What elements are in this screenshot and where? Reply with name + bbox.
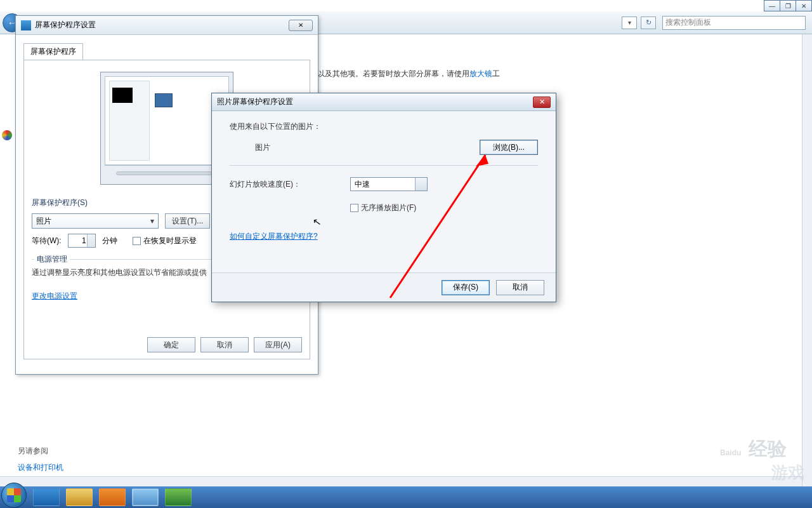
- magnifier-link[interactable]: 放大镜: [469, 69, 492, 78]
- photos-dialog-close-button[interactable]: ✕: [533, 97, 551, 108]
- dialog-title: 屏幕保护程序设置: [35, 20, 96, 30]
- customize-help-link[interactable]: 如何自定义屏幕保护程序?: [230, 231, 318, 242]
- address-dropdown[interactable]: ▾: [622, 17, 637, 29]
- tab-screensaver[interactable]: 屏幕保护程序: [23, 43, 83, 60]
- taskbar-controlpanel-icon[interactable]: [132, 488, 159, 506]
- watermark-game: 游戏: [771, 462, 804, 484]
- divider: [230, 165, 538, 166]
- settings-button[interactable]: 设置(T)...: [165, 213, 210, 229]
- save-button[interactable]: 保存(S): [442, 280, 490, 295]
- search-input[interactable]: 搜索控制面板: [662, 16, 806, 30]
- wait-label: 等待(W):: [32, 236, 62, 246]
- slideshow-speed-label: 幻灯片放映速度(E)：: [230, 179, 350, 190]
- watermark-baidu: Baidu 经验: [720, 431, 787, 462]
- wait-unit: 分钟: [102, 236, 117, 246]
- ok-button[interactable]: 确定: [147, 337, 195, 352]
- taskbar-media-icon[interactable]: [99, 488, 126, 506]
- power-group-title: 电源管理: [34, 254, 70, 265]
- dialog-close-button[interactable]: ✕: [289, 20, 313, 31]
- cancel-button[interactable]: 取消: [200, 337, 249, 352]
- see-also-heading: 另请参阅: [18, 446, 48, 457]
- use-pictures-from-label: 使用来自以下位置的图片：: [230, 121, 538, 132]
- shuffle-checkbox[interactable]: 无序播放图片(F): [350, 203, 416, 213]
- photos-cancel-button[interactable]: 取消: [496, 280, 544, 295]
- apply-button[interactable]: 应用(A): [254, 337, 302, 352]
- taskbar: [0, 486, 812, 508]
- window-minimize-button[interactable]: —: [764, 0, 780, 11]
- devices-printers-link[interactable]: 设备和打印机: [18, 462, 63, 473]
- taskbar-explorer-icon[interactable]: [66, 488, 93, 506]
- dialog-titlebar[interactable]: 屏幕保护程序设置 ✕: [16, 16, 318, 35]
- dialog-icon: [21, 20, 31, 30]
- refresh-button[interactable]: ↻: [641, 17, 656, 29]
- taskbar-app-icon[interactable]: [165, 488, 192, 506]
- slideshow-speed-combo[interactable]: 中速▼: [350, 177, 428, 191]
- taskbar-ie-icon[interactable]: [33, 488, 60, 506]
- change-power-link[interactable]: 更改电源设置: [32, 291, 77, 302]
- wait-spin[interactable]: 1: [68, 234, 96, 248]
- shield-icon: [2, 130, 12, 140]
- start-button[interactable]: [1, 483, 27, 508]
- photos-dialog-titlebar[interactable]: 照片屏幕保护程序设置 ✕: [212, 93, 556, 111]
- vertical-scrollbar[interactable]: [802, 34, 812, 486]
- photos-dialog-title: 照片屏幕保护程序设置: [217, 97, 293, 107]
- window-maximize-button[interactable]: ❐: [780, 0, 796, 11]
- browse-button[interactable]: 浏览(B)...: [480, 140, 538, 155]
- background-help-text: 以及其他项。若要暂时放大部分屏幕，请使用放大镜工: [317, 69, 500, 79]
- horizontal-scrollbar[interactable]: [0, 476, 802, 486]
- window-close-button[interactable]: ✕: [796, 0, 812, 11]
- photos-screensaver-dialog: 照片屏幕保护程序设置 ✕ 使用来自以下位置的图片： 图片 浏览(B)... 幻灯…: [211, 93, 556, 302]
- pictures-folder-label: 图片: [230, 142, 350, 153]
- screensaver-combo[interactable]: 照片: [32, 213, 159, 229]
- resume-checkbox[interactable]: 在恢复时显示登: [133, 236, 197, 246]
